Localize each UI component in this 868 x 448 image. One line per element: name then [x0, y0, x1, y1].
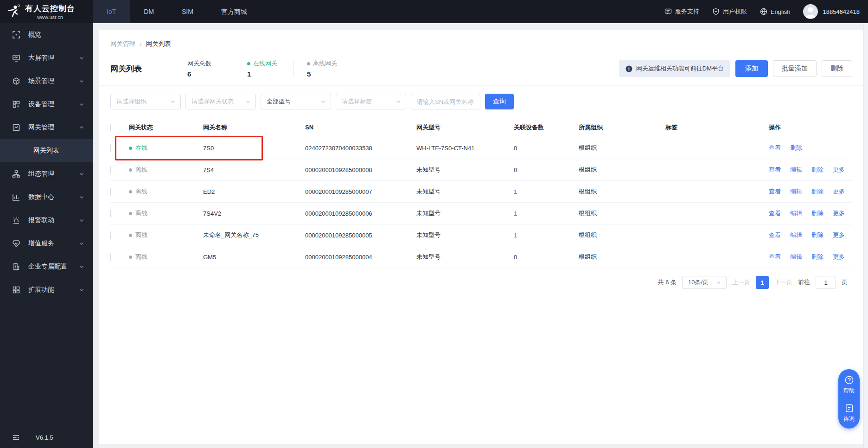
tab-label: IoT	[107, 8, 116, 15]
status-select[interactable]: 请选择网关状态	[185, 94, 256, 109]
current-page-button[interactable]: 1	[756, 276, 769, 289]
action-link[interactable]: 删除	[811, 187, 823, 196]
tab-iot[interactable]: IoT	[93, 0, 130, 23]
row-checkbox[interactable]	[110, 144, 111, 152]
page-size-select[interactable]: 10条/页	[682, 276, 727, 289]
action-link[interactable]: 查看	[769, 253, 781, 261]
chevron-down-icon	[79, 194, 84, 200]
goto-page-input[interactable]	[816, 276, 836, 289]
sidebar-item-alarm-linkage[interactable]: 报警联动	[0, 209, 93, 232]
gateway-name: 7S0	[203, 145, 305, 152]
sidebar-item-enterprise-config[interactable]: 企业专属配置	[0, 255, 93, 278]
sn-search-input[interactable]	[411, 94, 480, 109]
row-actions: 查看编辑删除更多	[769, 209, 852, 218]
gateway-model: 未知型号	[416, 209, 514, 218]
table-body: 在线 7S0 02402723070400033538 WH-LTE-7S0-C…	[110, 137, 852, 268]
action-link[interactable]: 编辑	[790, 166, 802, 174]
action-link[interactable]: 查看	[769, 187, 781, 196]
sidebar-item-data-center[interactable]: 数据中心	[0, 186, 93, 209]
tab-dm[interactable]: DM	[130, 0, 168, 23]
action-link[interactable]: 更多	[833, 209, 845, 218]
tab-label: DM	[144, 8, 154, 15]
sidebar-item-scene-mgmt[interactable]: 场景管理	[0, 70, 93, 93]
organization: 根组织	[579, 187, 665, 196]
query-button[interactable]: 查询	[485, 94, 514, 109]
action-link[interactable]: 更多	[833, 253, 845, 261]
sidebar-item-config-mgmt[interactable]: 组态管理	[0, 162, 93, 186]
topbar-link-service-support[interactable]: 服务支持	[664, 7, 699, 16]
sidebar-item-screen-mgmt[interactable]: 大屏管理	[0, 46, 93, 70]
sidebar-item-value-added[interactable]: 增值服务	[0, 232, 93, 255]
select-all-checkbox[interactable]	[110, 123, 111, 131]
user-phone: 18854642418	[823, 8, 860, 15]
action-link[interactable]: 编辑	[790, 231, 802, 239]
sidebar-item-gateway-mgmt[interactable]: 网关管理	[0, 116, 93, 139]
collapse-sidebar-icon[interactable]	[12, 434, 20, 442]
help-float-widget[interactable]: 帮助 咨询	[838, 369, 860, 429]
stat-value: 5	[307, 70, 340, 78]
linked-device-count[interactable]: 1	[514, 232, 579, 239]
action-link[interactable]: 更多	[833, 187, 845, 196]
table-row: 离线 GM5 00002000109285000004 未知型号 0 根组织 查…	[110, 246, 852, 268]
stat-label: 在线网关	[253, 59, 277, 68]
org-select[interactable]: 请选择组织	[110, 94, 181, 109]
action-link[interactable]: 编辑	[790, 209, 802, 218]
sidebar-item-overview[interactable]: 概览	[0, 23, 93, 46]
user-box[interactable]: 18854642418	[803, 4, 860, 19]
row-checkbox[interactable]	[110, 231, 111, 239]
consult-button[interactable]: 咨询	[843, 403, 855, 423]
row-checkbox[interactable]	[110, 188, 111, 196]
dm-platform-banner[interactable]: i 网关运维相关功能可前往DM平台	[619, 60, 730, 77]
action-link[interactable]: 编辑	[790, 253, 802, 261]
prev-page-button[interactable]: 上一页	[732, 278, 750, 287]
pagination: 共 6 条 10条/页 上一页 1 下一页 前往 页	[99, 268, 863, 289]
document-icon	[844, 403, 854, 413]
row-checkbox[interactable]	[110, 166, 111, 174]
tab-sim[interactable]: SIM	[168, 0, 207, 23]
topbar-link-label: 服务支持	[675, 7, 699, 16]
tag-select[interactable]: 请选择标签	[336, 94, 406, 109]
sidebar-item-device-mgmt[interactable]: 设备管理	[0, 93, 93, 116]
sidebar-item-extensions[interactable]: 扩展功能	[0, 278, 93, 301]
topbar-link-user-permission[interactable]: 用户权限	[712, 7, 747, 16]
action-link[interactable]: 查看	[769, 209, 781, 218]
linked-device-count: 0	[514, 166, 579, 173]
pagination-total: 共 6 条	[658, 278, 677, 287]
linked-device-count[interactable]: 1	[514, 210, 579, 217]
divider	[294, 61, 294, 77]
brand-logo[interactable]: 有人云控制台 www.usr.cn	[0, 0, 93, 23]
chevron-down-icon	[245, 99, 251, 104]
topology-icon	[12, 170, 20, 178]
divider	[844, 399, 854, 399]
topbar-link-language[interactable]: English	[760, 8, 791, 15]
column-header: 所属组织	[579, 123, 665, 132]
breadcrumb-parent[interactable]: 网关管理	[110, 40, 135, 48]
action-link[interactable]: 查看	[769, 231, 781, 239]
delete-button[interactable]: 删除	[822, 60, 852, 77]
action-link[interactable]: 查看	[769, 166, 781, 174]
action-link[interactable]: 删除	[811, 209, 823, 218]
chevron-down-icon	[170, 99, 176, 104]
action-link[interactable]: 查看	[769, 144, 781, 152]
next-page-button[interactable]: 下一页	[774, 278, 792, 287]
action-link[interactable]: 更多	[833, 231, 845, 239]
action-link[interactable]: 更多	[833, 166, 845, 174]
add-button[interactable]: 添加	[735, 60, 768, 77]
action-link[interactable]: 删除	[811, 231, 823, 239]
avatar[interactable]	[803, 4, 818, 19]
gateway-status: 离线	[129, 209, 203, 218]
batch-add-button[interactable]: 批量添加	[773, 60, 817, 77]
action-link[interactable]: 删除	[790, 144, 802, 152]
row-checkbox[interactable]	[110, 253, 111, 261]
tab-mall[interactable]: 官方商城	[207, 0, 261, 23]
scrollbar[interactable]	[863, 23, 868, 448]
linked-device-count[interactable]: 1	[514, 188, 579, 195]
model-select[interactable]: 全部型号	[261, 94, 331, 109]
action-link[interactable]: 删除	[811, 253, 823, 261]
help-button[interactable]: 帮助	[843, 375, 855, 395]
row-checkbox[interactable]	[110, 210, 111, 218]
action-link[interactable]: 删除	[811, 166, 823, 174]
sidebar-item-gateway-list[interactable]: 网关列表	[0, 139, 93, 162]
column-header: SN	[305, 124, 416, 131]
action-link[interactable]: 编辑	[790, 187, 802, 196]
